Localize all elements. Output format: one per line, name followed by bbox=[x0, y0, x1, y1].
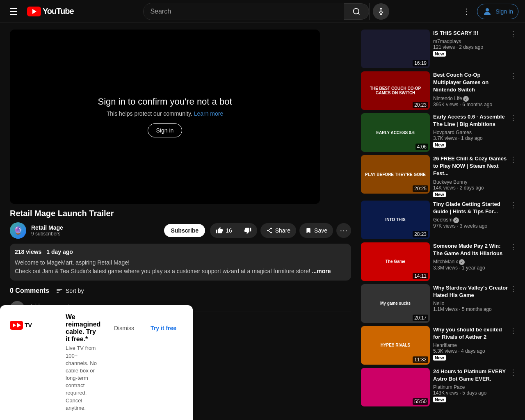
svg-line-1 bbox=[358, 13, 360, 14]
video-title: Why Stardew Valley's Creator Hated His G… bbox=[433, 284, 509, 299]
video-player[interactable]: Sign in to confirm you're not a bot This… bbox=[10, 30, 320, 204]
mic-button[interactable] bbox=[373, 3, 389, 20]
channel-avatar[interactable]: 🔮 bbox=[10, 222, 26, 239]
video-info: ⋮ IS THIS SCARY !!! m7madplays 121 views… bbox=[433, 30, 518, 68]
banner-dismiss-button[interactable]: Dismiss bbox=[107, 322, 141, 335]
video-title: Why you should be excited for Rivals of … bbox=[433, 326, 509, 341]
save-button[interactable]: Save bbox=[299, 223, 333, 238]
header-left: YouTube bbox=[7, 5, 74, 18]
video-meta: 3.7K views · 1 day ago bbox=[433, 135, 509, 141]
sign-in-prompt: Sign in to confirm you're not a bot This… bbox=[98, 96, 232, 137]
video-meta: 🔮 Retail Mage 9 subscribers Subscribe 16 bbox=[10, 222, 351, 239]
video-meta: 97K views · 3 weeks ago bbox=[433, 223, 509, 229]
video-duration: 16:19 bbox=[413, 60, 428, 66]
search-input[interactable] bbox=[144, 3, 344, 20]
channel-name[interactable]: Retail Mage bbox=[31, 224, 156, 231]
more-actions-button[interactable]: ⋯ bbox=[336, 223, 351, 238]
save-label: Save bbox=[314, 227, 327, 234]
video-meta: 1.1M views · 5 months ago bbox=[433, 306, 509, 312]
verified-icon: ✓ bbox=[459, 259, 465, 265]
new-badge: New bbox=[433, 397, 446, 402]
thumbnail: THE BEST COUCH CO-OP GAMES ON SWITCH 20:… bbox=[361, 71, 430, 110]
video-info: ⋮ 24 Hours to Platinum EVERY Astro Bot G… bbox=[433, 368, 518, 406]
video-title: Early Access 0.6 - Assemble The Line | B… bbox=[433, 113, 509, 128]
header-center bbox=[143, 3, 389, 20]
comment-count: 0 Comments bbox=[10, 287, 49, 294]
description-text: Welcome to MageMart, aspiring Retail Mag… bbox=[15, 258, 346, 276]
channel-name: m7madplays bbox=[433, 39, 509, 44]
more-options-button[interactable]: ⋮ bbox=[508, 242, 518, 251]
youtube-tv-text: We reimagined cable. Try it free.* Live … bbox=[66, 313, 101, 412]
thumbnail: The Game 14:11 bbox=[361, 242, 430, 281]
learn-more-link[interactable]: Learn more bbox=[194, 110, 224, 117]
sidebar-video-item[interactable]: THE BEST COUCH CO-OP GAMES ON SWITCH 20:… bbox=[361, 71, 518, 110]
video-title: Someone Made Pay 2 Win: The Game And Its… bbox=[433, 242, 509, 257]
overlay-heading: Sign in to confirm you're not a bot bbox=[98, 96, 232, 107]
new-badge: New bbox=[433, 355, 446, 361]
sidebar-video-item[interactable]: PLAY BEFORE THEY'RE GONE 20:25 ⋮ 26 FREE… bbox=[361, 155, 518, 197]
sidebar-video-item[interactable]: INTO THIS 28:23 ⋮ Tiny Glade Getting Sta… bbox=[361, 201, 518, 239]
video-info: ⋮ Why Stardew Valley's Creator Hated His… bbox=[433, 284, 518, 323]
banner-try-button[interactable]: Try it free bbox=[144, 322, 183, 335]
video-meta: 395K views · 6 months ago bbox=[433, 102, 509, 107]
more-options-button[interactable]: ⋮ bbox=[508, 113, 518, 122]
video-title: 26 FREE Chill & Cozy Games to Play NOW |… bbox=[433, 155, 509, 178]
youtube-logo-icon bbox=[27, 7, 41, 16]
channel-info: Retail Mage 9 subscribers bbox=[31, 224, 156, 237]
banner-actions: Dismiss Try it free bbox=[107, 313, 183, 335]
more-options-button[interactable]: ⋮ bbox=[508, 284, 518, 293]
like-button[interactable]: 16 bbox=[210, 223, 238, 238]
youtube-tv-logo-text: TV bbox=[25, 322, 32, 329]
share-label: Share bbox=[275, 227, 290, 234]
overlay-subtext: This helps protect our community. Learn … bbox=[98, 110, 232, 117]
video-meta: 121 views · 2 days ago bbox=[433, 44, 509, 50]
more-link[interactable]: ...more bbox=[312, 268, 331, 274]
channel-name: MitchManix✓ bbox=[433, 259, 509, 265]
channel-name: Nintendo Life✓ bbox=[433, 96, 509, 102]
video-title: IS THIS SCARY !!! bbox=[433, 30, 509, 37]
sign-in-button[interactable]: Sign in bbox=[477, 4, 518, 19]
video-duration: 55:50 bbox=[413, 398, 428, 405]
like-dislike-group: 16 bbox=[210, 223, 257, 238]
subscribe-button[interactable]: Subscribe bbox=[164, 224, 205, 237]
like-count: 16 bbox=[226, 227, 232, 234]
youtube-logo[interactable]: YouTube bbox=[27, 7, 74, 16]
upload-time: 1 day ago bbox=[46, 249, 73, 255]
hamburger-menu[interactable] bbox=[7, 5, 21, 18]
youtube-tv-logo-icon bbox=[10, 321, 23, 330]
sidebar-video-item[interactable]: 16:19 ⋮ IS THIS SCARY !!! m7madplays 121… bbox=[361, 30, 518, 68]
video-info: ⋮ Tiny Glade Getting Started Guide | Hin… bbox=[433, 201, 518, 239]
sidebar-video-item[interactable]: HYPE!! RIVALS 11:32 ⋮ Why you should be … bbox=[361, 326, 518, 365]
video-duration: 20:23 bbox=[413, 102, 428, 108]
video-description[interactable]: 218 views 1 day ago Welcome to MageMart,… bbox=[10, 244, 351, 281]
video-meta: 143K views · 5 days ago bbox=[433, 390, 509, 396]
video-player-inner: Sign in to confirm you're not a bot This… bbox=[10, 30, 320, 204]
video-title: Best Couch Co-Op Multiplayer Games on Ni… bbox=[433, 71, 509, 94]
share-button[interactable]: Share bbox=[260, 223, 296, 238]
thumbnail: 55:50 bbox=[361, 368, 430, 406]
video-info: ⋮ 26 FREE Chill & Cozy Games to Play NOW… bbox=[433, 155, 518, 197]
more-options-button[interactable]: ⋮ bbox=[508, 368, 518, 377]
more-options-button[interactable]: ⋮ bbox=[459, 3, 474, 20]
more-options-button[interactable]: ⋮ bbox=[508, 155, 518, 164]
sort-by-button[interactable]: Sort by bbox=[56, 287, 84, 294]
video-meta: 5.3K views · 4 days ago bbox=[433, 348, 509, 354]
video-duration: 20:25 bbox=[413, 185, 428, 192]
more-options-button[interactable]: ⋮ bbox=[508, 71, 518, 80]
youtube-logo-text: YouTube bbox=[43, 7, 74, 16]
youtube-tv-logo: TV bbox=[10, 315, 59, 336]
thumbnail: INTO THIS 28:23 bbox=[361, 201, 430, 239]
more-options-button[interactable]: ⋮ bbox=[508, 326, 518, 335]
more-options-button[interactable]: ⋮ bbox=[508, 30, 518, 39]
dislike-button[interactable] bbox=[238, 223, 257, 238]
sign-in-video-button[interactable]: Sign in bbox=[148, 123, 183, 137]
thumbnail: 16:19 bbox=[361, 30, 430, 68]
thumbnail: My game sucks 20:17 bbox=[361, 284, 430, 323]
sidebar: 16:19 ⋮ IS THIS SCARY !!! m7madplays 121… bbox=[361, 23, 525, 420]
sidebar-video-item[interactable]: EARLY ACCESS 0.6 4:06 ⋮ Early Access 0.6… bbox=[361, 113, 518, 152]
sidebar-video-item[interactable]: My game sucks 20:17 ⋮ Why Stardew Valley… bbox=[361, 284, 518, 323]
search-button[interactable] bbox=[344, 3, 369, 20]
more-options-button[interactable]: ⋮ bbox=[508, 201, 518, 210]
sidebar-video-item[interactable]: 55:50 ⋮ 24 Hours to Platinum EVERY Astro… bbox=[361, 368, 518, 406]
sidebar-video-item[interactable]: The Game 14:11 ⋮ Someone Made Pay 2 Win:… bbox=[361, 242, 518, 281]
